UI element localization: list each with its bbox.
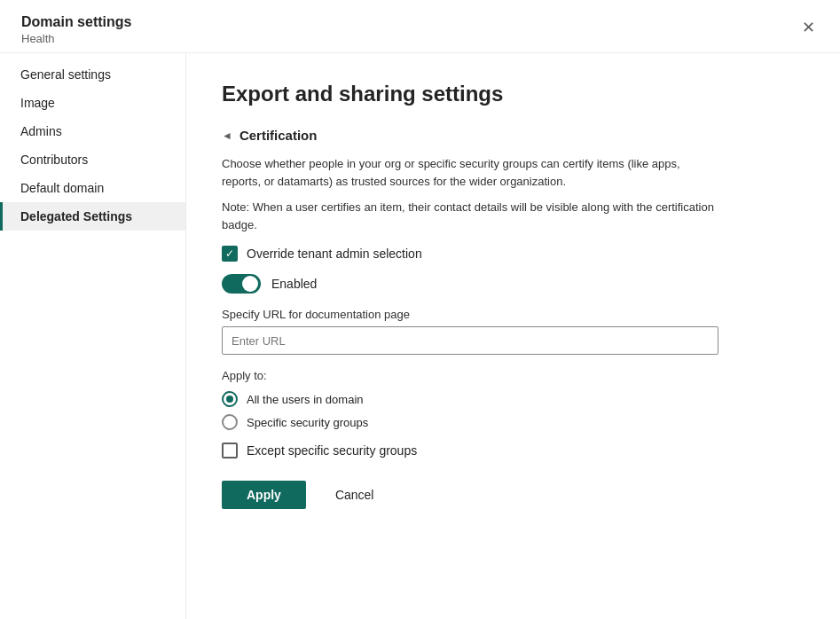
sidebar-item-general-settings[interactable]: General settings — [0, 60, 185, 89]
dialog: Domain settings Health ✕ General setting… — [0, 0, 840, 619]
collapse-icon[interactable]: ◄ — [222, 129, 232, 142]
except-checkbox[interactable] — [222, 443, 238, 458]
override-checkbox[interactable]: ✓ — [222, 246, 238, 262]
close-icon: ✕ — [802, 18, 815, 37]
sidebar-item-image[interactable]: Image — [0, 89, 185, 117]
enabled-toggle-row: Enabled — [222, 274, 805, 294]
radio-all-users-label: All the users in domain — [247, 393, 364, 406]
override-label: Override tenant admin selection — [247, 247, 422, 261]
url-section: Specify URL for documentation page — [222, 308, 805, 355]
dialog-header: Domain settings Health ✕ — [0, 0, 840, 53]
except-checkbox-row: Except specific security groups — [222, 443, 805, 458]
description-2: Note: When a user certifies an item, the… — [222, 199, 718, 233]
apply-to-label: Apply to: — [222, 369, 805, 382]
toggle-knob — [242, 276, 258, 292]
dialog-title-area: Domain settings Health — [21, 14, 131, 45]
checkmark-icon: ✓ — [225, 248, 234, 259]
dialog-title: Domain settings — [21, 14, 131, 30]
sidebar-item-default-domain[interactable]: Default domain — [0, 174, 185, 202]
dialog-subtitle: Health — [21, 32, 131, 45]
footer-buttons: Apply Cancel — [222, 480, 805, 510]
page-title: Export and sharing settings — [222, 82, 805, 106]
section-header: ◄ Certification — [222, 128, 805, 143]
radio-specific-groups[interactable] — [222, 414, 238, 430]
radio-all-users[interactable] — [222, 391, 238, 407]
radio-specific-groups-label: Specific security groups — [247, 416, 368, 429]
apply-to-section: Apply to: All the users in domain Specif… — [222, 369, 805, 458]
apply-button[interactable]: Apply — [222, 481, 306, 509]
dialog-body: General settings Image Admins Contributo… — [0, 53, 840, 619]
close-button[interactable]: ✕ — [798, 14, 819, 41]
sidebar: General settings Image Admins Contributo… — [0, 53, 186, 619]
description-1: Choose whether people in your org or spe… — [222, 155, 718, 190]
sidebar-item-contributors[interactable]: Contributors — [0, 145, 185, 174]
enabled-label: Enabled — [271, 277, 317, 291]
enabled-toggle[interactable] — [222, 274, 261, 294]
section-title: Certification — [239, 128, 318, 143]
except-label: Except specific security groups — [247, 443, 417, 458]
url-input[interactable] — [222, 326, 718, 355]
radio-specific-groups-row: Specific security groups — [222, 414, 805, 430]
override-checkbox-row: ✓ Override tenant admin selection — [222, 246, 805, 262]
radio-all-users-row: All the users in domain — [222, 391, 805, 407]
cancel-button[interactable]: Cancel — [317, 480, 393, 510]
url-section-label: Specify URL for documentation page — [222, 308, 805, 321]
sidebar-item-admins[interactable]: Admins — [0, 117, 185, 145]
sidebar-item-delegated-settings[interactable]: Delegated Settings — [0, 202, 185, 231]
certification-section: ◄ Certification Choose whether people in… — [222, 128, 805, 510]
main-content: Export and sharing settings ◄ Certificat… — [186, 53, 840, 619]
